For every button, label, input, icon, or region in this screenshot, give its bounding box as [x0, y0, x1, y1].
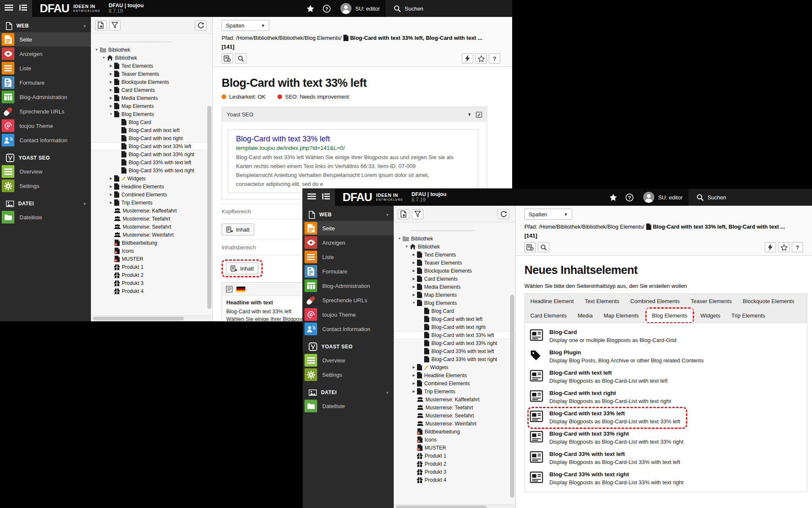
tree-row[interactable]: ▶Teaser Elements — [91, 70, 212, 78]
tree-row[interactable]: ▶Widgets — [394, 363, 515, 371]
tree-horizontal-scrollbar[interactable] — [93, 317, 184, 320]
tab-map-elements[interactable]: Map Elements — [598, 308, 644, 323]
sidebar-item-liste[interactable]: Liste — [0, 61, 91, 75]
chevron-right-icon[interactable]: ▶ — [411, 373, 416, 377]
list-item[interactable]: Blog-CardDisplay one or multiple Blogpos… — [525, 326, 807, 347]
tree-row[interactable]: ▼Blog Elements — [91, 110, 212, 118]
module-section-header[interactable]: YOAST SEO — [303, 340, 394, 353]
sidebar-item-sprechende-urls[interactable]: Sprechende URLs — [303, 293, 394, 307]
module-section-header[interactable]: WEB▾ — [0, 19, 91, 32]
filter-button[interactable] — [412, 209, 423, 219]
tree-row[interactable]: Blog-Card with text 33% left — [91, 142, 212, 150]
module-section-header[interactable]: WEB▾ — [303, 208, 394, 221]
tree-row[interactable]: ▼Bibliothek — [91, 46, 212, 54]
sidebar-item-dateiliste[interactable]: Dateiliste — [303, 399, 394, 413]
list-item[interactable]: Blog PluginDisplay Blog Posts, Blog Arch… — [525, 347, 807, 367]
tree-row[interactable]: ▶Headline Elements — [394, 371, 515, 379]
tab-blog-elements[interactable]: Blog Elements — [647, 309, 693, 322]
tree-row[interactable]: ▶Trip Elements — [394, 387, 515, 395]
columns-select[interactable]: Spalten▼ — [524, 209, 572, 220]
tree-row[interactable]: Blog-Card 33% with text left — [91, 158, 212, 166]
tree-row[interactable]: Blog-Card with text left — [394, 315, 515, 323]
chevron-right-icon[interactable]: ▶ — [411, 365, 416, 369]
tree-row[interactable]: ▶Text Elements — [91, 62, 212, 70]
user-menu[interactable]: SU: editor — [335, 0, 386, 17]
bookmark-button[interactable] — [778, 242, 790, 252]
sidebar-item-formulare[interactable]: Formulare — [303, 264, 394, 279]
tree-row[interactable]: Blog-Card with text 33% left — [394, 331, 515, 339]
sidebar-item-seite[interactable]: Seite — [0, 32, 91, 47]
sidebar-item-liste[interactable]: Liste — [303, 250, 394, 264]
help-button[interactable]: ? — [489, 53, 500, 64]
chevron-right-icon[interactable]: ▶ — [109, 201, 113, 204]
sidebar-item-seite[interactable]: Seite — [303, 221, 394, 235]
chevron-down-icon[interactable]: ▼ — [397, 237, 402, 240]
tree-row[interactable]: MUSTER — [91, 255, 212, 263]
sidebar-item-blog-administration[interactable]: Blog-Administration — [303, 279, 394, 293]
sidebar-item-contact-information[interactable]: Contact Information — [303, 322, 394, 336]
tab-teaser-elements[interactable]: Teaser Elements — [685, 294, 737, 308]
view-record-button[interactable] — [222, 53, 233, 64]
module-section-header[interactable]: YOAST SEO — [0, 152, 91, 164]
tab-widgets[interactable]: Widgets — [695, 308, 726, 323]
tree-vertical-scrollbar[interactable] — [207, 106, 211, 309]
filter-button[interactable] — [109, 20, 121, 30]
bookmarks-button[interactable] — [605, 189, 621, 206]
tab-media[interactable]: Media — [572, 308, 598, 323]
tree-row[interactable]: ▶Combined Elements — [394, 379, 515, 387]
list-item[interactable]: Blog-Card 33% with text rightDisplay Blo… — [525, 469, 807, 489]
tree-row[interactable]: Blog-Card with text left — [91, 126, 212, 134]
list-item[interactable]: Blog-Card with text 33% leftDisplay Blog… — [525, 408, 807, 428]
chevron-right-icon[interactable]: ▶ — [411, 269, 416, 273]
tree-row[interactable]: ▼Blog Elements — [394, 299, 515, 307]
tab-card-elements[interactable]: Card Elements — [525, 308, 572, 323]
tree-row[interactable]: Produkt 2 — [91, 271, 212, 279]
chevron-right-icon[interactable]: ▶ — [109, 104, 113, 108]
sidebar-item-dateiliste[interactable]: Dateiliste — [0, 210, 91, 224]
tree-row[interactable]: Produkt 3 — [394, 468, 515, 476]
chevron-right-icon[interactable]: ▶ — [109, 185, 113, 188]
tree-row[interactable]: ▶Headline Elements — [91, 182, 212, 190]
tree-row[interactable]: ▶Widgets — [91, 174, 212, 182]
chevron-right-icon[interactable]: ▶ — [109, 64, 113, 68]
tree-row[interactable]: Blog-Card with text 33% right — [394, 339, 515, 347]
tree-row[interactable]: Icons — [394, 436, 515, 444]
sidebar-item-formulare[interactable]: Formulare — [0, 75, 91, 90]
list-item[interactable]: Blog-Card with text 33% rightDisplay Blo… — [525, 428, 807, 448]
chevron-down-icon[interactable]: ▼ — [404, 245, 409, 248]
tree-row[interactable]: ▶Card Elements — [91, 86, 212, 94]
tree-row[interactable]: Produkt 4 — [394, 476, 515, 484]
sidebar-item-settings[interactable]: Settings — [0, 179, 91, 193]
tree-row[interactable]: Blog-Card 33% with text left — [394, 347, 515, 355]
tree-row[interactable]: ▶Media Elements — [394, 283, 515, 291]
cache-button[interactable] — [765, 242, 776, 252]
sidebar-item-settings[interactable]: Settings — [303, 367, 394, 382]
doc-tree-icon[interactable] — [322, 193, 330, 201]
tree-row[interactable]: Musterreise: Weinfahrt — [394, 420, 515, 428]
tree-row[interactable]: ▶Media Elements — [91, 94, 212, 102]
chevron-right-icon[interactable]: ▶ — [109, 88, 113, 92]
tree-row[interactable]: Musterreise: Teefahrt — [91, 215, 212, 223]
hamburger-icon[interactable] — [5, 5, 13, 12]
tree-row[interactable]: Icons — [91, 247, 212, 255]
tree-row[interactable]: Blog-Card with text right — [91, 134, 212, 142]
bookmarks-button[interactable] — [302, 0, 318, 17]
chevron-right-icon[interactable]: ▶ — [109, 72, 113, 76]
tree-row[interactable]: Produkt 3 — [91, 279, 212, 287]
module-section-header[interactable]: DATEI▾ — [0, 197, 91, 210]
tree-row[interactable]: Musterreise: Weinfahrt — [91, 231, 212, 239]
list-item[interactable]: Blog-Card 33% with text leftDisplay Blog… — [525, 448, 807, 469]
tree-row[interactable]: ▶Card Elements — [394, 275, 515, 283]
new-content-button[interactable]: Inhalt — [222, 224, 254, 235]
chevron-right-icon[interactable]: ▶ — [411, 293, 416, 297]
tree-row[interactable]: ▶Blockquote Elements — [394, 267, 515, 275]
tree-row[interactable]: Blog-Card 33% with text right — [91, 166, 212, 174]
tree-row[interactable]: Produkt 2 — [394, 460, 515, 468]
tree-row[interactable]: ▶Combined Elements — [91, 190, 212, 199]
chevron-down-icon[interactable]: ▼ — [102, 56, 106, 60]
tree-row[interactable]: Blog Card — [91, 118, 212, 126]
tree-row[interactable]: Produkt 1 — [394, 452, 515, 460]
tree-row[interactable]: Bildbearbeitung — [91, 239, 212, 247]
tree-row[interactable]: ▶Map Elements — [394, 291, 515, 299]
search-record-button[interactable] — [538, 242, 549, 252]
